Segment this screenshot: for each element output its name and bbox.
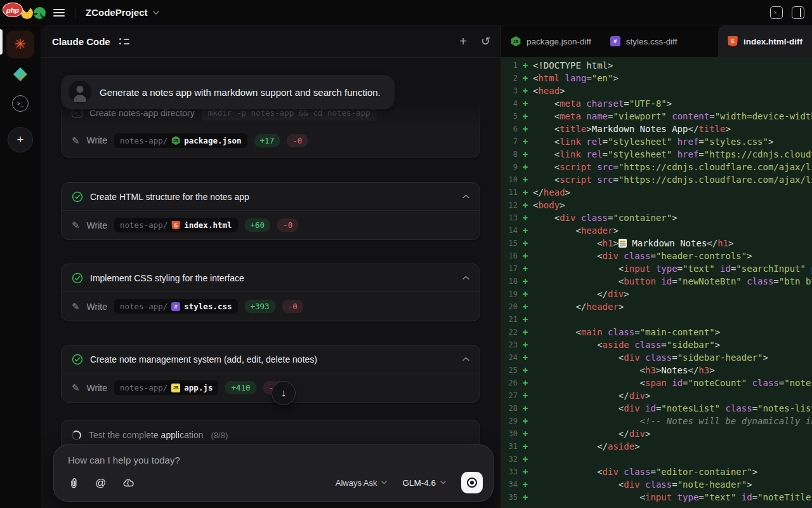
line-number: 20 <box>501 300 518 313</box>
mention-icon[interactable]: @ <box>95 478 106 488</box>
token-string: "text" <box>704 492 737 502</box>
token-punct: < <box>575 327 580 337</box>
line-source: <!DOCTYPE html> <box>533 59 613 72</box>
rail-item-claude-code[interactable]: ✳ <box>6 30 34 58</box>
diff-tab-styles.css-diff[interactable]: #styles.css-diff <box>601 25 687 57</box>
project-dropdown[interactable]: ZCodeProject <box>86 7 159 18</box>
token-string: "stylesheet" <box>608 137 672 147</box>
task-card-header[interactable]: Create note management system (add, edit… <box>62 345 480 373</box>
diff-added-marker: + <box>518 59 533 72</box>
rail-item-gemini-icon[interactable] <box>13 67 27 81</box>
lines-added-badge: +410 <box>225 381 256 394</box>
token-text <box>650 264 655 274</box>
token-tag: script <box>560 175 592 185</box>
line-source: <input type="text" id="noteTitle" placeh… <box>533 491 812 504</box>
lines-removed-badge: -0 <box>277 218 298 232</box>
history-icon[interactable]: ↺ <box>481 36 490 47</box>
token-punct: > <box>747 479 752 490</box>
token-punct: < <box>597 467 602 477</box>
permission-mode-dropdown[interactable]: Always Ask <box>336 478 388 488</box>
token-string: "sidebar" <box>667 340 715 350</box>
scroll-to-bottom-button[interactable]: ↓ <box>272 381 296 405</box>
memo-emoji <box>619 239 627 248</box>
diff-added-marker: + <box>518 211 533 224</box>
panel-right-icon[interactable] <box>792 6 804 19</box>
line-source: </aside> <box>533 440 640 453</box>
attach-paperclip-icon[interactable] <box>68 477 79 489</box>
line-number: 5 <box>501 110 518 123</box>
new-chat-button[interactable]: + <box>459 35 467 48</box>
token-punct: > <box>565 187 570 197</box>
token-attr: id <box>661 276 672 286</box>
task-card-header[interactable]: Create HTML structure for the notes app <box>62 183 480 210</box>
diff-line: 6+ <title>Markdown Notes App</title> <box>501 123 812 135</box>
line-source: <aside class="sidebar"> <box>533 338 720 351</box>
permission-mode-value: Always Ask <box>336 478 377 488</box>
file-chip[interactable]: notes-app/JSapp.js <box>114 380 218 395</box>
token-text <box>672 492 677 502</box>
token-punct: < <box>554 213 560 223</box>
token-punct: > <box>667 98 672 109</box>
pencil-edit-icon: ✎ <box>72 302 80 311</box>
record-stop-button[interactable] <box>461 472 483 493</box>
token-string: "stylesheet" <box>608 149 672 159</box>
token-string: "note-count" <box>784 378 812 388</box>
file-chip[interactable]: notes-app/JSpackage.json <box>114 133 247 148</box>
token-attr: class <box>608 327 634 337</box>
diff-added-marker: + <box>518 110 533 123</box>
terminal-icon[interactable]: >_ <box>770 6 783 19</box>
chat-scroll-area[interactable]: Generate a notes app with markdown suppo… <box>41 58 501 508</box>
file-chip[interactable]: notes-app/#styles.css <box>114 299 238 314</box>
diff-code-view[interactable]: 1+<!DOCTYPE html>2+<html lang="en">3+<he… <box>501 57 812 508</box>
token-attr: class <box>634 340 661 350</box>
diff-added-marker: + <box>518 72 533 84</box>
lines-added-badge: +17 <box>254 134 280 147</box>
line-source: <h3>Notes</h3> <box>533 364 715 377</box>
line-source: <div class="editor-container"> <box>533 465 757 478</box>
token-punct: > <box>747 251 752 261</box>
pending-task-count: (8/8) <box>211 431 228 440</box>
token-tag: div <box>624 352 639 363</box>
diff-line: 34+ <div class="note-header"> <box>501 478 812 491</box>
chevron-up-icon <box>462 276 469 280</box>
token-comment: <!-- Notes will be dynamically inserted … <box>640 416 812 426</box>
line-number: 34 <box>501 478 518 491</box>
file-chip[interactable]: notes-app/5index.html <box>114 218 238 232</box>
token-punct: </ <box>619 429 629 439</box>
diff-tab-index.html-diff[interactable]: 5index.html-diff <box>718 25 812 57</box>
token-punct: < <box>597 340 602 350</box>
token-attr: class <box>624 251 650 261</box>
diff-added-marker: + <box>518 427 533 440</box>
js-file-icon: JS <box>171 384 180 392</box>
diff-added-marker: + <box>518 250 533 262</box>
lines-removed-badge: -0 <box>282 300 303 313</box>
token-punct: < <box>554 149 560 159</box>
diff-line: 33+ <div class="editor-container"> <box>501 465 812 478</box>
model-value: GLM-4.6 <box>402 478 436 488</box>
rail-item-terminal-icon[interactable]: >_ <box>12 95 29 112</box>
token-string: "text" <box>683 264 715 274</box>
line-source: <meta charset="UTF-8"> <box>533 97 672 110</box>
thinking-brain-icon[interactable] <box>122 477 134 488</box>
rail-add-button[interactable]: + <box>8 127 33 152</box>
token-punct: > <box>619 302 624 312</box>
line-number: 2 <box>501 72 518 84</box>
line-number: 14 <box>501 224 518 237</box>
chat-input[interactable]: How can I help you today? <box>68 455 483 465</box>
write-verb: Write <box>87 220 107 231</box>
task-card-header[interactable]: Implement CSS styling for the interface <box>62 264 480 291</box>
line-source: </header> <box>533 300 624 313</box>
token-punct: </ <box>533 187 544 197</box>
diff-tab-package.json-diff[interactable]: JSpackage.json-diff <box>501 25 601 57</box>
write-verb: Write <box>87 135 107 145</box>
model-dropdown[interactable]: GLM-4.6 <box>402 478 446 488</box>
diff-added-marker: + <box>518 465 533 478</box>
token-punct: = <box>678 264 683 274</box>
task-card: Implement CSS styling for the interface✎… <box>61 264 480 321</box>
token-punct: > <box>645 391 650 401</box>
task-list-icon[interactable] <box>119 38 129 44</box>
app-window: 中文网 php ZCodeProject >_ ✳ >_ + Claude Co… <box>0 0 812 508</box>
line-source: </head> <box>533 186 570 199</box>
chevron-down-icon <box>381 481 387 485</box>
token-tag: button <box>624 276 656 286</box>
